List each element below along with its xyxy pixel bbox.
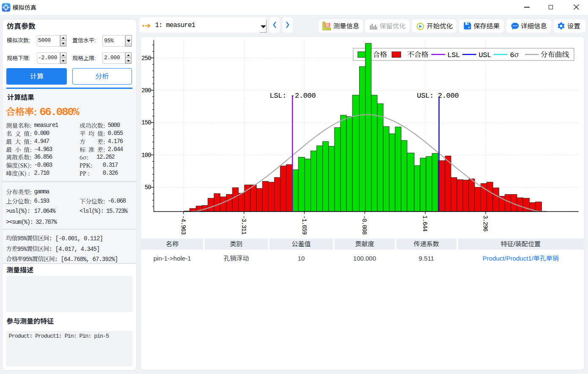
svg-text:50: 50	[144, 184, 151, 191]
svg-text:3.296: 3.296	[482, 215, 489, 231]
svg-text:-3.311: -3.311	[240, 215, 247, 235]
svg-text:100: 100	[141, 152, 151, 159]
svg-text:LSL: LSL	[447, 51, 460, 59]
svg-text:LSL: -2.000: LSL: -2.000	[269, 92, 316, 100]
svg-text:-4.963: -4.963	[179, 215, 186, 235]
svg-text:250: 250	[141, 55, 151, 62]
svg-text:1.644: 1.644	[421, 215, 428, 231]
svg-text:不合格: 不合格	[407, 49, 429, 59]
svg-text:合格: 合格	[373, 49, 387, 59]
svg-text:USL: USL	[478, 51, 491, 59]
svg-text:-0.008: -0.008	[361, 215, 368, 235]
svg-text:分布曲线: 分布曲线	[540, 49, 569, 59]
svg-text:USL: 2.000: USL: 2.000	[417, 92, 459, 100]
svg-text:200: 200	[141, 87, 151, 94]
svg-text:-1.659: -1.659	[300, 215, 307, 235]
svg-text:150: 150	[141, 119, 151, 126]
